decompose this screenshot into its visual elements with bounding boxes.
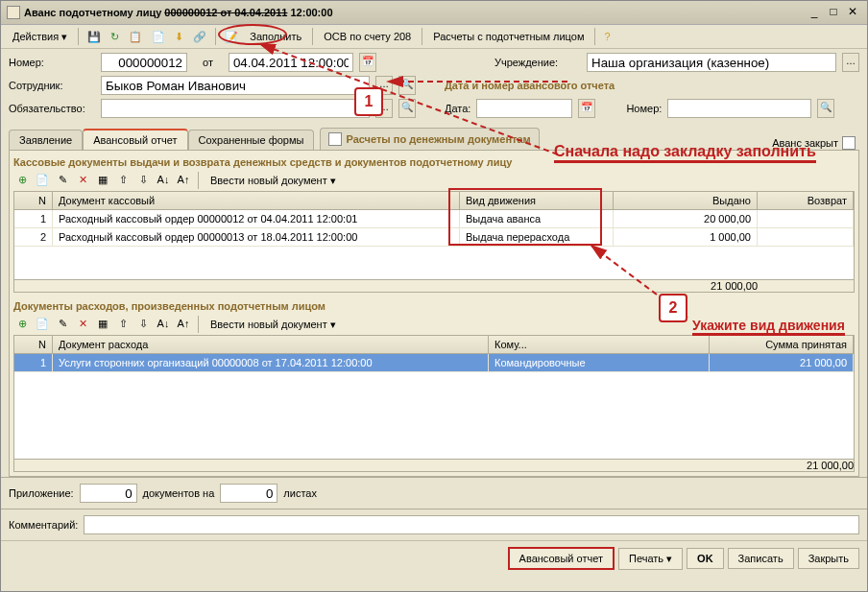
save-icon[interactable]: 💾 xyxy=(84,29,105,45)
sort-desc-icon[interactable]: A↑ xyxy=(175,316,192,333)
advance-report-button[interactable]: Авансовый отчет xyxy=(508,547,615,570)
cash-docs-title: Кассовые документы выдачи и возврата ден… xyxy=(13,154,855,170)
employee-label: Сотрудник: xyxy=(9,80,95,91)
number-field[interactable] xyxy=(101,53,187,72)
fill-button[interactable]: Заполнить xyxy=(244,29,307,44)
titlebar: Аванс подотчетному лицу 000000012 от 04.… xyxy=(1,1,867,25)
sort-asc-icon[interactable]: A↓ xyxy=(155,172,172,189)
col-n2[interactable]: N xyxy=(14,336,53,353)
save-button[interactable]: Записать xyxy=(728,548,794,569)
calendar-icon[interactable]: 📅 xyxy=(359,53,376,72)
add-icon[interactable]: ⊕ xyxy=(13,172,31,189)
copy-icon[interactable]: 📋 xyxy=(125,29,146,45)
print-button[interactable]: Печать ▾ xyxy=(618,548,683,570)
oblig-label: Обязательство: xyxy=(9,103,95,114)
number2-field[interactable] xyxy=(667,99,811,118)
table-row[interactable]: 1 Расходный кассовый ордер 00000012 от 0… xyxy=(14,210,854,228)
col-kom[interactable]: Кому... xyxy=(489,336,710,353)
actions-menu[interactable]: Действия ▾ xyxy=(7,29,73,45)
tab-application[interactable]: Заявление xyxy=(9,130,83,150)
down-icon[interactable]: ⇩ xyxy=(134,172,152,189)
delete-icon[interactable]: ✕ xyxy=(74,316,91,333)
maximize-button[interactable]: □ xyxy=(825,5,842,20)
from-label: от xyxy=(203,57,213,68)
close-form-button[interactable]: Закрыть xyxy=(798,548,859,569)
number-label: Номер: xyxy=(9,57,95,68)
close-button[interactable]: ✕ xyxy=(844,5,861,20)
org-label: Учреждение: xyxy=(494,57,581,68)
tab-advance-report[interactable]: Авансовый отчет xyxy=(83,129,187,150)
new-doc-button-2[interactable]: Ввести новый документ ▾ xyxy=(205,317,342,333)
delete-icon[interactable]: ✕ xyxy=(74,172,91,189)
col-voz[interactable]: Возврат xyxy=(758,192,854,209)
title-time: 12:00:00 xyxy=(287,7,332,18)
anno-num-1: 1 xyxy=(354,87,383,116)
advance-closed-checkbox[interactable] xyxy=(842,136,856,150)
add2-icon[interactable]: 📄 xyxy=(34,316,51,333)
tree-icon[interactable]: ⬇ xyxy=(171,29,187,45)
org-select[interactable]: … xyxy=(842,53,859,72)
total-sum: 21 000,00 xyxy=(710,460,854,471)
cash-docs-grid: N Документ кассовый Вид движения Выдано … xyxy=(13,191,855,293)
edit-icon[interactable]: ✎ xyxy=(54,172,71,189)
add2-icon[interactable]: 📄 xyxy=(34,172,51,189)
col-doc2[interactable]: Документ расхода xyxy=(53,336,489,353)
col-vyd[interactable]: Выдано xyxy=(614,192,758,209)
table-row[interactable]: 1 Услуги сторонних организаций 00000008 … xyxy=(14,354,854,372)
attachment-count[interactable] xyxy=(80,484,137,503)
report-section-title: Дата и номер авансового отчета xyxy=(445,80,615,91)
down-icon[interactable]: ⇩ xyxy=(134,316,152,333)
title-num: 000000012 от 04.04.2011 xyxy=(164,7,287,18)
edit-icon[interactable]: ✎ xyxy=(54,316,71,333)
total-issued: 21 000,00 xyxy=(614,280,758,292)
grid-icon[interactable]: ▦ xyxy=(94,316,111,333)
minimize-button[interactable]: _ xyxy=(806,5,823,20)
employee-search-icon[interactable]: 🔍 xyxy=(398,76,416,95)
employee-field[interactable] xyxy=(101,76,370,95)
col-sum[interactable]: Сумма принятая xyxy=(710,336,854,353)
org-field[interactable] xyxy=(587,53,836,72)
main-toolbar: Действия ▾ 💾 ↻ 📋 📄 ⬇ 🔗 📝 Заполнить ОСВ п… xyxy=(1,25,867,49)
number2-label: Номер: xyxy=(626,103,662,114)
refresh-icon[interactable]: ↻ xyxy=(107,29,123,45)
comment-field[interactable] xyxy=(84,515,859,534)
link-icon[interactable]: 🔗 xyxy=(189,29,210,45)
date2-field[interactable] xyxy=(476,99,572,118)
expense-docs-title: Документы расходов, произведенных подотч… xyxy=(13,298,855,314)
attachment-label: Приложение: xyxy=(9,487,74,499)
new-doc-button[interactable]: Ввести новый документ ▾ xyxy=(205,173,342,189)
number2-search[interactable]: 🔍 xyxy=(817,99,834,118)
ok-button[interactable]: OK xyxy=(687,548,724,569)
sort-asc-icon[interactable]: A↓ xyxy=(155,316,172,333)
expense-docs-grid: N Документ расхода Кому... Сумма принята… xyxy=(13,335,855,472)
sort-desc-icon[interactable]: A↑ xyxy=(175,172,192,189)
advance-closed-label: Аванс закрыт xyxy=(772,137,838,149)
osv-button[interactable]: ОСВ по счету 208 xyxy=(318,29,417,44)
up-icon[interactable]: ⇧ xyxy=(114,172,132,189)
calc-button[interactable]: Расчеты с подотчетным лицом xyxy=(427,29,590,44)
doc-icon[interactable]: 📄 xyxy=(148,29,169,45)
up-icon[interactable]: ⇧ xyxy=(114,316,132,333)
document-icon xyxy=(7,6,20,19)
date2-label: Дата: xyxy=(445,103,470,114)
oblig-search-icon[interactable]: 🔍 xyxy=(398,99,416,118)
date-field[interactable] xyxy=(229,53,353,72)
anno-num-2: 2 xyxy=(659,294,687,322)
tab-saved-forms[interactable]: Сохраненные формы xyxy=(188,130,315,150)
comment-label: Комментарий: xyxy=(9,519,78,531)
title-prefix: Аванс подотчетному лицу xyxy=(24,7,164,18)
note-icon[interactable]: 📝 xyxy=(221,29,242,45)
add-icon[interactable]: ⊕ xyxy=(13,316,31,333)
table-row[interactable]: 2 Расходный кассовый ордер 00000013 от 1… xyxy=(14,228,854,247)
sheets-count[interactable] xyxy=(220,484,277,503)
grid-icon[interactable]: ▦ xyxy=(94,172,111,189)
col-n[interactable]: N xyxy=(14,192,53,209)
help-icon[interactable]: ? xyxy=(600,29,614,44)
oblig-field[interactable] xyxy=(101,99,370,118)
col-vid[interactable]: Вид движения xyxy=(460,192,614,209)
tab-money-docs[interactable]: Расчеты по денежным документам xyxy=(320,128,539,150)
calendar2-icon[interactable]: 📅 xyxy=(578,99,595,118)
docs-on-label: документов на xyxy=(143,487,215,499)
col-doc[interactable]: Документ кассовый xyxy=(53,192,460,209)
money-docs-checkbox[interactable] xyxy=(328,132,342,146)
